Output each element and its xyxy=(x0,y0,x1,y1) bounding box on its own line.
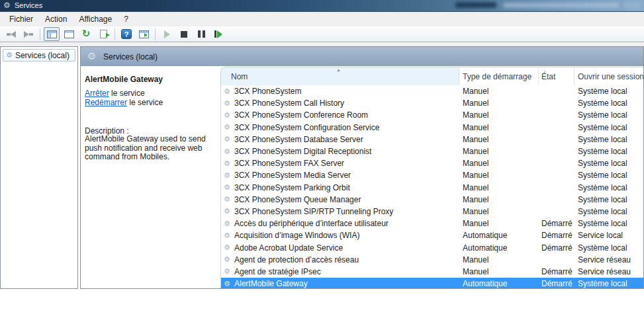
table-row[interactable]: ⚙ 3CX PhoneSystem Media Server Manuel Sy… xyxy=(221,169,644,181)
table-row[interactable]: ⚙ 3CX PhoneSystem Queue Manager Manuel S… xyxy=(221,194,644,206)
tree-item-services-local[interactable]: ⚙ Services (local) xyxy=(3,49,75,61)
table-row[interactable]: ⚙ 3CX PhoneSystem Parking Orbit Manuel S… xyxy=(221,182,644,194)
cell-startup-type: Manuel xyxy=(459,267,539,276)
service-name: 3CX PhoneSystem Database Server xyxy=(234,135,363,144)
stop-service-line: Arrêter le service xyxy=(85,89,163,99)
table-row[interactable]: ⚙ 3CX PhoneSystem Call History Manuel Sy… xyxy=(221,97,644,109)
service-name: Adobe Acrobat Update Service xyxy=(234,243,343,253)
menu-affichage[interactable]: Affichage xyxy=(73,13,118,26)
tree-item-label: Services (local) xyxy=(15,51,69,60)
service-gear-icon: ⚙ xyxy=(224,123,232,132)
column-header-type-demarrage[interactable]: Type de démarrage xyxy=(459,67,539,85)
table-row[interactable]: ⚙ Agent de protection d’accès réseau Man… xyxy=(221,254,644,266)
help-icon[interactable]: ? xyxy=(118,27,134,41)
restart-service-suffix: le service xyxy=(127,98,163,107)
title-bar: ⚙ Services xyxy=(0,0,644,12)
services-gear-icon: ⚙ xyxy=(87,50,96,62)
help-glyph: ? xyxy=(121,29,132,39)
column-header-nom-label: Nom xyxy=(231,72,248,81)
service-name: 3CX PhoneSystem Call History xyxy=(234,99,344,108)
cell-logon-as: Système local xyxy=(575,195,644,204)
cell-logon-as: Système local xyxy=(575,135,644,144)
column-header-ouvrir-session[interactable]: Ouvrir une session e xyxy=(575,67,644,85)
service-gear-icon: ⚙ xyxy=(224,147,232,156)
table-row[interactable]: ⚙ Acquisition d’image Windows (WIA) Auto… xyxy=(221,229,644,241)
cell-startup-type: Automatique xyxy=(459,279,539,288)
menu-bar: Fichier Action Affichage ? xyxy=(0,12,644,26)
service-action-links: Arrêter le service Redémarrer le service xyxy=(85,89,163,107)
table-row[interactable]: ⚙ Agent de stratégie IPsec Manuel Démarr… xyxy=(221,266,644,278)
cell-startup-type: Manuel xyxy=(459,255,539,264)
cell-name: ⚙ 3CX PhoneSystem SIP/RTP Tunneling Prox… xyxy=(221,207,459,216)
pause-service-icon[interactable] xyxy=(193,27,209,41)
service-gear-icon: ⚙ xyxy=(224,171,232,180)
table-row[interactable]: ⚙ 3CX PhoneSystem Configuration Service … xyxy=(221,122,644,134)
cell-startup-type: Manuel xyxy=(459,183,539,192)
show-console-tree-icon[interactable] xyxy=(44,27,60,41)
cell-name: ⚙ AlertMobile Gateway xyxy=(221,279,459,288)
cell-startup-type: Manuel xyxy=(459,110,539,120)
cell-name: ⚙ 3CX PhoneSystem Media Server xyxy=(221,171,459,180)
table-row[interactable]: ⚙ 3CX PhoneSystem Conference Room Manuel… xyxy=(221,109,644,121)
forward-icon[interactable] xyxy=(21,27,36,41)
cell-state: Démarré xyxy=(539,219,575,228)
table-row[interactable]: ⚙ AlertMobile Gateway Automatique Démarr… xyxy=(221,278,644,289)
cell-logon-as: Système local xyxy=(575,279,644,288)
table-row[interactable]: ⚙ 3CX PhoneSystem Digital Receptionist M… xyxy=(221,145,644,157)
menu-fichier[interactable]: Fichier xyxy=(3,13,39,26)
table-row[interactable]: ⚙ 3CX PhoneSystem FAX Server Manuel Syst… xyxy=(221,157,644,169)
service-gear-icon: ⚙ xyxy=(224,111,232,120)
list-rows: ⚙ 3CX PhoneSystem Manuel Système local ⚙… xyxy=(221,85,644,289)
start-service-icon[interactable] xyxy=(159,27,175,41)
export-list-icon[interactable] xyxy=(95,27,111,41)
menu-help[interactable]: ? xyxy=(118,13,134,26)
column-header-type-label: Type de démarrage xyxy=(463,72,531,81)
service-name: 3CX PhoneSystem Configuration Service xyxy=(234,123,379,132)
show-action-pane-icon[interactable] xyxy=(136,27,152,41)
stop-service-icon[interactable] xyxy=(176,27,192,41)
service-name: 3CX PhoneSystem Conference Room xyxy=(234,110,368,120)
titlebar-blur-artifact xyxy=(623,2,641,9)
console-tree-pane: ⚙ Services (local) xyxy=(0,46,78,289)
restart-service-link[interactable]: Redémarrer xyxy=(85,98,127,107)
service-gear-icon: ⚙ xyxy=(224,135,232,143)
cell-startup-type: Automatique xyxy=(459,231,539,240)
cell-name: ⚙ 3CX PhoneSystem Database Server xyxy=(221,135,459,144)
menu-action[interactable]: Action xyxy=(39,13,73,26)
cell-logon-as: Système local xyxy=(575,219,644,228)
cell-startup-type: Manuel xyxy=(459,99,539,108)
cell-state: Démarré xyxy=(539,279,575,288)
refresh-glyph: ↻ xyxy=(82,29,91,39)
selected-service-title: AlertMobile Gateway xyxy=(85,75,163,84)
cell-startup-type: Manuel xyxy=(459,207,539,216)
service-name: 3CX PhoneSystem FAX Server xyxy=(234,159,344,168)
forward-arrow xyxy=(24,31,29,38)
restart-service-icon[interactable] xyxy=(210,27,226,41)
properties-icon[interactable] xyxy=(61,27,77,41)
table-row[interactable]: ⚙ Accès du périphérique d’interface util… xyxy=(221,218,644,229)
table-row[interactable]: ⚙ 3CX PhoneSystem Manuel Système local xyxy=(221,85,644,97)
toolbar: ↻ ? xyxy=(0,26,644,42)
service-name: 3CX PhoneSystem xyxy=(234,87,301,96)
column-header-nom[interactable]: Nom ▲ xyxy=(221,67,459,85)
cell-logon-as: Service réseau xyxy=(575,267,644,276)
window-title: Services xyxy=(15,1,42,9)
restart-service-line: Redémarrer le service xyxy=(85,99,163,108)
cell-name: ⚙ 3CX PhoneSystem Call History xyxy=(221,99,459,108)
services-window: ⚙ Services Fichier Action Affichage ? ↻ … xyxy=(0,0,644,320)
stop-service-link[interactable]: Arrêter xyxy=(85,89,109,98)
column-header-etat[interactable]: État xyxy=(539,67,575,85)
table-row[interactable]: ⚙ 3CX PhoneSystem Database Server Manuel… xyxy=(221,134,644,145)
service-gear-icon: ⚙ xyxy=(224,99,232,108)
service-gear-icon: ⚙ xyxy=(224,220,232,228)
refresh-icon[interactable]: ↻ xyxy=(78,27,94,41)
column-header-ouvrir-label: Ouvrir une session e xyxy=(578,72,644,81)
list-header: Nom ▲ Type de démarrage État Ouvrir une … xyxy=(221,67,644,85)
table-row[interactable]: ⚙ Adobe Acrobat Update Service Automatiq… xyxy=(221,241,644,253)
back-icon[interactable] xyxy=(3,27,19,41)
table-row[interactable]: ⚙ 3CX PhoneSystem SIP/RTP Tunneling Prox… xyxy=(221,206,644,218)
cell-state: Démarré xyxy=(539,231,575,240)
console-tree-glyph xyxy=(47,30,57,38)
service-name: Agent de protection d’accès réseau xyxy=(234,255,359,264)
services-pane: ⚙ Services (local) AlertMobile Gateway A… xyxy=(80,46,644,289)
